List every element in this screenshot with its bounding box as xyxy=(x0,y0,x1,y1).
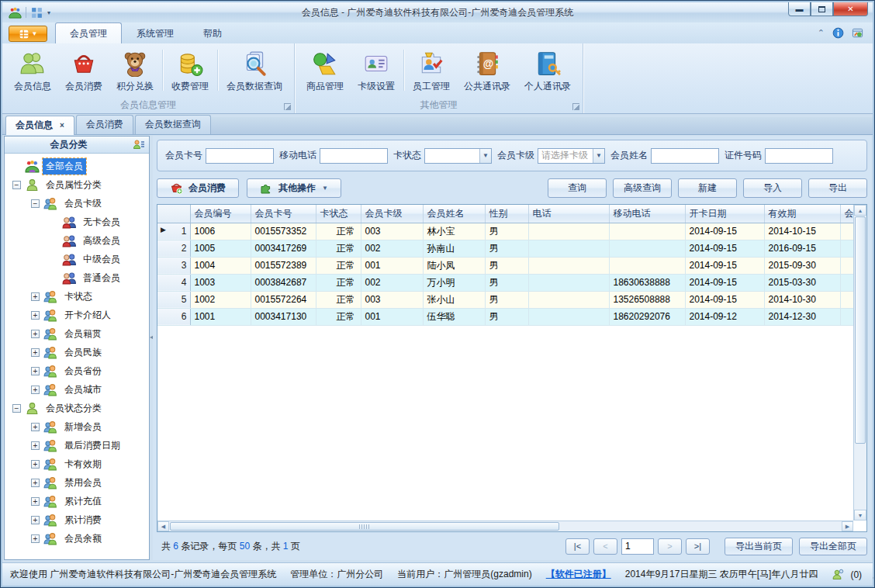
expand-expander-icon[interactable]: + xyxy=(31,348,40,357)
tree-item[interactable]: +禁用会员 xyxy=(6,473,147,492)
page-number-input[interactable] xyxy=(621,538,654,555)
table-row[interactable]: 410030003842687正常002万小明男186306388882014-… xyxy=(157,274,859,291)
tree-item[interactable]: +新增会员 xyxy=(6,417,147,436)
online-user-icon[interactable] xyxy=(832,569,844,580)
dropdown-arrow-icon[interactable]: ▼ xyxy=(479,149,491,163)
horizontal-scroll-thumb[interactable] xyxy=(170,522,559,531)
column-header[interactable]: 电话 xyxy=(528,205,609,223)
document-tab[interactable]: 会员信息× xyxy=(5,116,74,135)
member-name-input[interactable] xyxy=(651,148,719,164)
column-header[interactable]: 会员卡级 xyxy=(361,205,423,223)
collapse-expander-icon[interactable]: − xyxy=(31,199,40,208)
new-button[interactable]: 新建 xyxy=(678,178,737,198)
table-row[interactable]: ▶110060015573352正常003林小宝男2014-09-152014-… xyxy=(157,223,859,240)
expand-expander-icon[interactable]: + xyxy=(31,460,40,469)
document-tab[interactable]: 会员消费 xyxy=(76,115,133,134)
query-button[interactable]: 查询 xyxy=(548,178,607,198)
column-header[interactable]: 移动电话 xyxy=(609,205,685,223)
column-header[interactable]: 会员姓名 xyxy=(423,205,485,223)
expand-expander-icon[interactable]: + xyxy=(31,441,40,450)
ribbon-tab[interactable]: 会员管理 xyxy=(55,22,122,43)
category-config-icon[interactable] xyxy=(133,139,145,150)
table-row[interactable]: 210050003417269正常002孙南山男2014-09-152016-0… xyxy=(157,240,859,257)
mobile-phone-input[interactable] xyxy=(320,148,388,164)
expand-expander-icon[interactable]: + xyxy=(31,497,40,506)
expand-expander-icon[interactable]: + xyxy=(31,292,40,301)
vertical-scroll-thumb[interactable] xyxy=(855,216,866,444)
ribbon-button[interactable]: 卡级设置 xyxy=(351,46,402,100)
tree-item[interactable]: +卡有效期 xyxy=(6,455,147,473)
member-consume-button[interactable]: 会员消费 xyxy=(157,178,239,198)
scroll-down-icon[interactable]: ▼ xyxy=(854,510,866,521)
import-button[interactable]: 导入 xyxy=(743,178,802,198)
tree-item[interactable]: −会员卡级 xyxy=(6,194,147,213)
scroll-right-icon[interactable]: ▶ xyxy=(842,521,853,531)
prev-page-button[interactable]: < xyxy=(593,538,617,555)
column-header[interactable]: 有效期 xyxy=(764,205,840,223)
application-menu-button[interactable]: ▼ xyxy=(9,26,47,42)
last-page-button[interactable]: >| xyxy=(686,538,710,555)
collapse-ribbon-icon[interactable]: ⌃ xyxy=(818,28,825,38)
tree-item[interactable]: +会员民族 xyxy=(6,343,147,361)
column-header[interactable]: 性别 xyxy=(485,205,528,223)
app-logo-icon[interactable] xyxy=(9,6,22,19)
expand-expander-icon[interactable]: + xyxy=(31,516,40,524)
column-header[interactable]: 开卡日期 xyxy=(685,205,764,223)
export-current-page-button[interactable]: 导出当前页 xyxy=(725,538,793,555)
ribbon-button[interactable]: 商品管理 xyxy=(299,46,351,100)
expand-expander-icon[interactable]: + xyxy=(31,367,40,375)
tree-item[interactable]: 中级会员 xyxy=(6,250,147,268)
vertical-scrollbar[interactable]: ▲ ▼ xyxy=(853,205,866,521)
advanced-query-button[interactable]: 高级查询 xyxy=(613,178,672,198)
license-registered-link[interactable]: 【软件已注册】 xyxy=(546,568,611,581)
next-page-button[interactable]: > xyxy=(658,538,682,555)
id-number-input[interactable] xyxy=(765,148,833,164)
horizontal-scrollbar[interactable]: ◀ ▶ xyxy=(157,521,853,531)
ribbon-button[interactable]: 会员消费 xyxy=(58,46,109,100)
dialog-launcher-icon[interactable] xyxy=(572,103,579,110)
card-status-select[interactable]: ▼ xyxy=(424,148,492,164)
tree-item[interactable]: −会员状态分类 xyxy=(6,399,147,417)
tree-item[interactable]: 高级会员 xyxy=(6,231,147,250)
tree-item[interactable]: +开卡介绍人 xyxy=(6,306,147,324)
expand-expander-icon[interactable]: + xyxy=(31,534,40,543)
tree-item[interactable]: +会员籍贯 xyxy=(6,324,147,343)
tree-item[interactable]: 全部会员 xyxy=(6,157,147,175)
tree-item[interactable]: 无卡会员 xyxy=(6,213,147,231)
expand-expander-icon[interactable]: + xyxy=(31,330,40,338)
expand-expander-icon[interactable]: + xyxy=(31,479,40,487)
tree-item[interactable]: −会员属性分类 xyxy=(6,175,147,194)
column-header[interactable]: 卡状态 xyxy=(316,205,361,223)
expand-expander-icon[interactable]: + xyxy=(31,386,40,394)
tree-item[interactable]: +最后消费日期 xyxy=(6,436,147,455)
other-actions-button[interactable]: 其他操作▼ xyxy=(247,178,341,198)
tree-item[interactable]: +会员余额 xyxy=(6,529,147,548)
table-row[interactable]: 610010003417130正常001伍华聪男186202920762014-… xyxy=(157,308,859,325)
scroll-left-icon[interactable]: ◀ xyxy=(157,521,169,531)
ribbon-button[interactable]: 收费管理 xyxy=(164,46,216,100)
column-header[interactable]: 会员卡号 xyxy=(251,205,316,223)
first-page-button[interactable]: |< xyxy=(565,538,590,555)
table-row[interactable]: 310040015572389正常001陆小凤男2014-09-152015-0… xyxy=(157,257,859,274)
export-button[interactable]: 导出 xyxy=(808,178,867,198)
scroll-up-icon[interactable]: ▲ xyxy=(854,205,866,216)
member-card-no-input[interactable] xyxy=(206,148,274,164)
ribbon-tab[interactable]: 系统管理 xyxy=(122,22,188,43)
theme-skin-icon[interactable] xyxy=(852,27,863,39)
close-button[interactable]: ✕ xyxy=(833,2,868,16)
collapse-expander-icon[interactable]: − xyxy=(12,181,21,189)
ribbon-button[interactable]: 会员信息 xyxy=(7,46,58,100)
tree-item[interactable]: +会员省份 xyxy=(6,361,147,380)
qat-dropdown-icon[interactable]: ▾ xyxy=(47,9,50,16)
ribbon-button[interactable]: 积分兑换 xyxy=(109,46,161,100)
close-tab-icon[interactable]: × xyxy=(60,121,64,130)
ribbon-button[interactable]: @公共通讯录 xyxy=(457,46,517,100)
tree-item[interactable]: +累计消费 xyxy=(6,510,147,529)
dialog-launcher-icon[interactable] xyxy=(284,103,291,110)
tree-item[interactable]: 普通会员 xyxy=(6,268,147,287)
export-all-pages-button[interactable]: 导出全部页 xyxy=(799,538,867,555)
about-info-icon[interactable] xyxy=(832,27,844,39)
tree-item[interactable]: +累计充值 xyxy=(6,492,147,510)
window-grid-icon[interactable] xyxy=(30,6,43,19)
ribbon-button[interactable]: 个人通讯录 xyxy=(517,46,578,100)
